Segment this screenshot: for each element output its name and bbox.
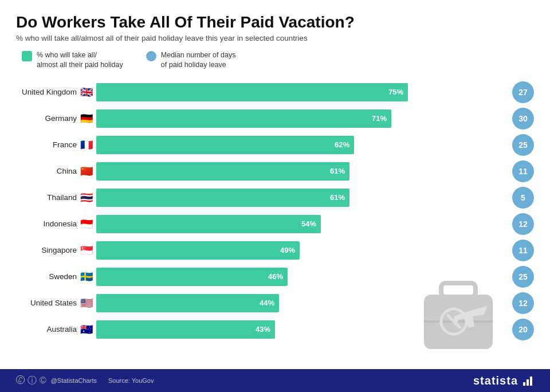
flag-5: 🇮🇩 bbox=[80, 219, 93, 229]
chart-row: Thailand 🇹🇭 61% 5 bbox=[16, 185, 534, 211]
bar-container-1: 71% bbox=[96, 109, 504, 128]
country-label-6: Singapore 🇸🇬 bbox=[16, 245, 96, 256]
legend-bar: % who will take all/almost all their pai… bbox=[22, 50, 123, 70]
bar-label-7: 46% bbox=[268, 272, 283, 281]
country-label-9: Australia 🇦🇺 bbox=[16, 324, 96, 335]
legend: % who will take all/almost all their pai… bbox=[22, 50, 534, 70]
statista-logo: statista bbox=[473, 374, 534, 387]
bar-container-2: 62% bbox=[96, 136, 504, 154]
statista-icon bbox=[521, 374, 534, 387]
chart-row: United Kingdom 🇬🇧 75% 27 bbox=[16, 79, 534, 105]
bar-container-6: 49% bbox=[96, 241, 504, 260]
bar-label-9: 43% bbox=[256, 325, 270, 334]
country-name-7: Sweden bbox=[49, 272, 77, 281]
bar-5: 54% bbox=[96, 215, 321, 233]
bar-container-0: 75% bbox=[96, 83, 504, 101]
legend-circle-color bbox=[146, 51, 156, 61]
median-circle-5: 12 bbox=[512, 213, 534, 235]
country-label-7: Sweden 🇸🇪 bbox=[16, 272, 96, 282]
country-name-3: China bbox=[57, 167, 77, 175]
bar-label-8: 44% bbox=[260, 299, 274, 307]
flag-8: 🇺🇸 bbox=[80, 298, 93, 308]
card: Do Workers Take All Of Their Paid Vacati… bbox=[0, 0, 550, 392]
flag-1: 🇩🇪 bbox=[80, 113, 93, 124]
country-label-4: Thailand 🇹🇭 bbox=[16, 193, 96, 203]
bar-label-0: 75% bbox=[388, 88, 403, 96]
median-circle-0: 27 bbox=[512, 81, 534, 103]
median-circle-9: 20 bbox=[512, 319, 534, 340]
svg-rect-6 bbox=[523, 382, 525, 386]
flag-0: 🇬🇧 bbox=[80, 87, 93, 97]
bar-label-1: 71% bbox=[372, 114, 387, 123]
median-circle-7: 25 bbox=[512, 266, 534, 288]
median-circle-8: 12 bbox=[512, 292, 534, 314]
country-label-0: United Kingdom 🇬🇧 bbox=[16, 87, 96, 97]
country-name-6: Singapore bbox=[41, 246, 77, 254]
flag-7: 🇸🇪 bbox=[80, 272, 93, 282]
bar-8: 44% bbox=[96, 294, 279, 312]
median-circle-2: 25 bbox=[512, 134, 534, 156]
bar-label-2: 62% bbox=[335, 140, 349, 149]
country-name-0: United Kingdom bbox=[22, 88, 77, 96]
country-name-8: United States bbox=[30, 299, 77, 307]
bar-0: 75% bbox=[96, 83, 408, 101]
chart-row: Singapore 🇸🇬 49% 11 bbox=[16, 237, 534, 264]
bar-9: 43% bbox=[96, 320, 275, 339]
chart-row: France 🇫🇷 62% 25 bbox=[16, 132, 534, 158]
footer-left: 🄫 ⓘ © @StatistaCharts Source: YouGov bbox=[16, 375, 154, 387]
bar-label-5: 54% bbox=[301, 219, 316, 228]
median-circle-4: 5 bbox=[512, 187, 534, 209]
median-circle-1: 30 bbox=[512, 108, 534, 130]
country-label-8: United States 🇺🇸 bbox=[16, 298, 96, 308]
bar-container-3: 61% bbox=[96, 162, 504, 181]
flag-6: 🇸🇬 bbox=[80, 245, 93, 256]
flag-4: 🇹🇭 bbox=[80, 193, 93, 203]
bar-7: 46% bbox=[96, 268, 288, 286]
legend-circle-label: Median number of daysof paid holiday lea… bbox=[161, 50, 236, 70]
country-name-5: Indonesia bbox=[43, 219, 77, 228]
flag-3: 🇨🇳 bbox=[80, 166, 93, 177]
svg-rect-8 bbox=[530, 377, 532, 386]
luggage-icon bbox=[412, 277, 504, 358]
country-label-5: Indonesia 🇮🇩 bbox=[16, 219, 96, 229]
bar-2: 62% bbox=[96, 136, 354, 154]
bar-6: 49% bbox=[96, 241, 300, 260]
cc-icon: 🄫 ⓘ © bbox=[16, 375, 46, 387]
bar-3: 61% bbox=[96, 162, 349, 181]
median-circle-6: 11 bbox=[512, 240, 534, 261]
country-label-2: France 🇫🇷 bbox=[16, 140, 96, 150]
chart-title: Do Workers Take All Of Their Paid Vacati… bbox=[16, 14, 534, 32]
svg-rect-7 bbox=[527, 379, 529, 386]
legend-bar-color bbox=[22, 51, 32, 61]
country-label-3: China 🇨🇳 bbox=[16, 166, 96, 177]
country-name-2: France bbox=[53, 140, 77, 149]
bar-4: 61% bbox=[96, 189, 349, 207]
legend-bar-label: % who will take all/almost all their pai… bbox=[37, 50, 123, 70]
flag-9: 🇦🇺 bbox=[80, 324, 93, 335]
flag-2: 🇫🇷 bbox=[80, 140, 93, 150]
bar-container-5: 54% bbox=[96, 215, 504, 233]
country-label-1: Germany 🇩🇪 bbox=[16, 113, 96, 124]
svg-rect-1 bbox=[441, 283, 476, 297]
bar-container-4: 61% bbox=[96, 189, 504, 207]
legend-circle: Median number of daysof paid holiday lea… bbox=[146, 50, 236, 70]
brand-label: @StatistaCharts bbox=[51, 377, 97, 384]
footer-bar: 🄫 ⓘ © @StatistaCharts Source: YouGov sta… bbox=[0, 369, 550, 392]
bar-1: 71% bbox=[96, 109, 391, 128]
bar-label-3: 61% bbox=[330, 167, 345, 175]
median-circle-3: 11 bbox=[512, 160, 534, 182]
statista-text: statista bbox=[473, 374, 518, 387]
country-name-1: Germany bbox=[45, 114, 77, 123]
bar-label-6: 49% bbox=[280, 246, 295, 254]
chart-row: China 🇨🇳 61% 11 bbox=[16, 158, 534, 185]
country-name-9: Australia bbox=[46, 325, 77, 334]
bar-label-4: 61% bbox=[330, 193, 345, 202]
chart-row: Germany 🇩🇪 71% 30 bbox=[16, 105, 534, 132]
chart-row: Indonesia 🇮🇩 54% 12 bbox=[16, 211, 534, 237]
chart-subtitle: % who will take all/almost all of their … bbox=[16, 34, 534, 42]
source-label: Source: YouGov bbox=[108, 377, 154, 384]
country-name-4: Thailand bbox=[47, 193, 77, 202]
